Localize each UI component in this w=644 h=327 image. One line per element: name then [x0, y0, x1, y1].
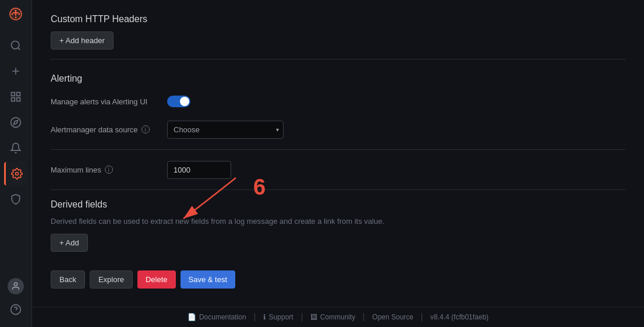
- doc-icon: 📄: [187, 313, 196, 321]
- max-lines-label: Maximum lines i: [51, 166, 167, 174]
- user-avatar[interactable]: [8, 278, 24, 294]
- footer-support[interactable]: ℹ Support: [255, 313, 302, 321]
- svg-point-14: [14, 283, 17, 286]
- action-bar: Back Explore Delete Save & test: [51, 261, 625, 293]
- derived-fields-title: Derived fields: [51, 199, 625, 210]
- sidebar-item-help[interactable]: [4, 298, 27, 321]
- footer-community[interactable]: 🖼 Community: [302, 313, 365, 321]
- svg-rect-10: [17, 98, 20, 101]
- content-area: Custom HTTP Headers + Add header Alertin…: [32, 0, 644, 307]
- toggle-slider: [167, 96, 190, 107]
- footer-opensource[interactable]: Open Source: [364, 313, 422, 321]
- svg-point-3: [19, 13, 20, 15]
- sidebar: [0, 0, 32, 327]
- back-button[interactable]: Back: [51, 270, 85, 289]
- svg-rect-9: [12, 98, 15, 101]
- delete-button[interactable]: Delete: [137, 270, 176, 289]
- sidebar-item-create[interactable]: [4, 59, 27, 83]
- section-divider-3: [51, 189, 625, 190]
- max-lines-info-icon[interactable]: i: [105, 166, 113, 174]
- alertmanager-label: Alertmanager data source i: [51, 125, 167, 134]
- community-icon: 🖼: [310, 313, 317, 321]
- manage-alerts-label: Manage alerts via Alerting UI: [51, 97, 167, 106]
- alertmanager-select[interactable]: Choose Default: [167, 121, 284, 139]
- sidebar-item-search[interactable]: [4, 34, 27, 57]
- sidebar-item-settings[interactable]: [4, 162, 27, 185]
- manage-alerts-row: Manage alerts via Alerting UI: [51, 91, 625, 112]
- svg-point-2: [15, 10, 17, 12]
- explore-button[interactable]: Explore: [90, 270, 133, 289]
- svg-rect-8: [17, 93, 20, 96]
- alerting-title: Alerting: [51, 73, 625, 84]
- section-divider-2: [51, 149, 625, 150]
- svg-point-4: [15, 17, 17, 19]
- footer-version: v8.4.4 (fcfb01faeb): [422, 313, 497, 321]
- max-lines-input[interactable]: 1000: [167, 161, 231, 179]
- custom-http-headers-section: Custom HTTP Headers + Add header: [51, 14, 625, 50]
- svg-point-5: [12, 13, 13, 15]
- support-icon: ℹ: [263, 313, 266, 321]
- svg-point-13: [15, 173, 18, 175]
- svg-rect-7: [12, 93, 15, 96]
- sidebar-item-alerting[interactable]: [4, 136, 27, 160]
- alertmanager-select-wrapper: Choose Default ▾: [167, 121, 284, 139]
- svg-marker-12: [13, 120, 17, 124]
- alertmanager-row: Alertmanager data source i Choose Defaul…: [51, 119, 625, 140]
- section-divider-1: [51, 59, 625, 59]
- alerting-section: Alerting Manage alerts via Alerting UI A…: [51, 73, 625, 140]
- svg-point-6: [12, 41, 19, 49]
- derived-fields-description: Derived fields can be used to extract ne…: [51, 217, 625, 226]
- svg-point-11: [11, 118, 21, 128]
- derived-fields-section: Derived fields Derived fields can be use…: [51, 199, 625, 252]
- save-test-button[interactable]: Save & test: [181, 270, 235, 289]
- add-derived-field-button[interactable]: + Add: [51, 234, 88, 252]
- grafana-logo[interactable]: [6, 5, 25, 23]
- custom-http-headers-title: Custom HTTP Headers: [51, 14, 625, 24]
- sidebar-item-shield[interactable]: [4, 188, 27, 211]
- max-lines-row: Maximum lines i 1000: [51, 159, 625, 180]
- alertmanager-info-icon[interactable]: i: [141, 125, 150, 133]
- footer-documentation[interactable]: 📄 Documentation: [179, 313, 255, 321]
- main-content: Custom HTTP Headers + Add header Alertin…: [32, 0, 644, 327]
- add-header-button[interactable]: + Add header: [51, 31, 114, 50]
- sidebar-item-dashboards[interactable]: [4, 85, 27, 108]
- manage-alerts-toggle[interactable]: [167, 96, 190, 107]
- footer: 📄 Documentation ℹ Support 🖼 Community Op…: [32, 307, 644, 327]
- sidebar-item-explore[interactable]: [4, 111, 27, 134]
